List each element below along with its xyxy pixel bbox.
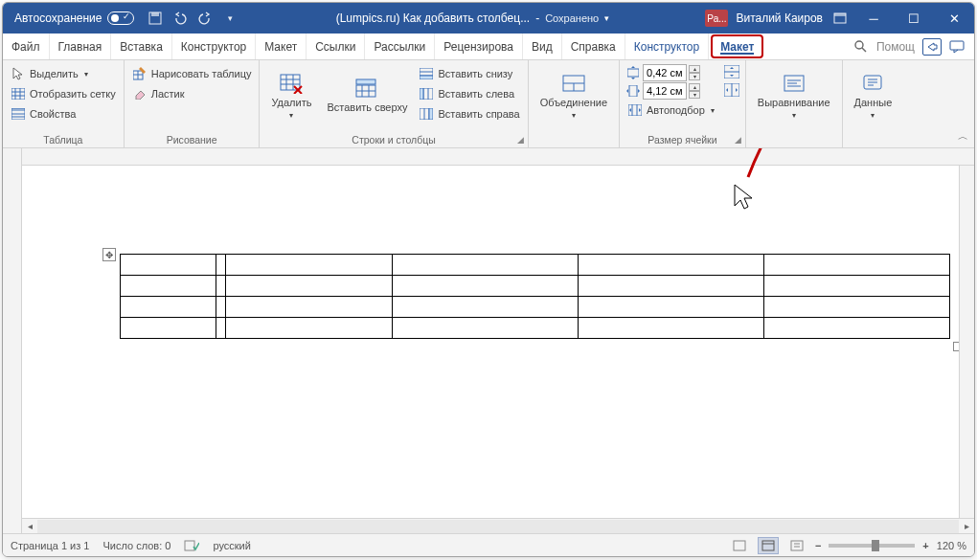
insert-right-button[interactable]: Вставить справа [417, 104, 521, 123]
tab-view[interactable]: Вид [523, 34, 562, 59]
document-page[interactable]: ✥ [37, 166, 957, 516]
spin-up[interactable]: ▴ [689, 83, 700, 91]
alignment-icon [781, 72, 807, 95]
ribbon-display-icon[interactable] [832, 11, 848, 26]
row-height-input[interactable]: ▴▾ [625, 64, 716, 81]
ribbon-tabs: Файл Главная Вставка Конструктор Макет С… [3, 34, 974, 60]
save-status[interactable]: Сохранено [545, 12, 599, 24]
tab-table-layout[interactable]: Макет [711, 34, 763, 58]
svg-rect-39 [429, 108, 433, 120]
group-data: Данные ▾ [843, 60, 904, 147]
col-width-input[interactable]: ▴▾ [625, 82, 716, 100]
insert-left-button[interactable]: Вставить слева [417, 84, 521, 103]
zoom-in-icon[interactable]: + [922, 540, 928, 551]
spin-down[interactable]: ▾ [689, 73, 700, 80]
scroll-right-icon[interactable]: ▸ [959, 521, 974, 531]
delete-table-icon [278, 72, 305, 95]
data-icon [859, 72, 886, 95]
distribute-rows-icon[interactable] [724, 64, 739, 79]
maximize-button[interactable]: ☐ [894, 3, 934, 34]
web-layout-icon[interactable] [786, 537, 807, 554]
autofit-button[interactable]: Автоподбор▾ [625, 101, 716, 120]
dialog-launcher-icon[interactable]: ◢ [735, 135, 741, 145]
insert-above-button[interactable]: Вставить сверху [321, 64, 413, 127]
minimize-button[interactable]: ─ [853, 3, 894, 34]
zoom-level[interactable]: 120 % [937, 540, 966, 551]
autosave-label: Автосохранение [14, 11, 102, 25]
word-count[interactable]: Число слов: 0 [102, 540, 170, 551]
tab-references[interactable]: Ссылки [307, 34, 365, 59]
search-icon[interactable] [853, 39, 869, 55]
gridlines-label: Отобразить сетку [30, 88, 116, 100]
tab-layout[interactable]: Макет [256, 34, 307, 59]
properties-label: Свойства [30, 108, 76, 120]
alignment-button[interactable]: Выравнивание ▾ [752, 64, 836, 127]
insert-below-label: Вставить снизу [438, 68, 512, 79]
width-value[interactable] [643, 82, 687, 100]
tab-file[interactable]: Файл [3, 34, 50, 59]
spin-up[interactable]: ▴ [689, 65, 700, 73]
tab-insert[interactable]: Вставка [111, 34, 172, 59]
tab-review[interactable]: Рецензирова [435, 34, 523, 59]
svg-rect-64 [791, 541, 803, 550]
ribbon: Выделить▾ Отобразить сетку Свойства Табл… [3, 60, 974, 148]
share-button[interactable] [922, 38, 942, 56]
insert-below-button[interactable]: Вставить снизу [417, 64, 521, 83]
horizontal-scrollbar[interactable]: ◂ ▸ [22, 518, 974, 533]
draw-table-button[interactable]: Нарисовать таблицу [130, 64, 254, 83]
draw-label: Нарисовать таблицу [151, 68, 252, 79]
svg-rect-13 [11, 108, 25, 111]
eraser-button[interactable]: Ластик [130, 84, 254, 103]
properties-button[interactable]: Свойства [9, 104, 118, 123]
account-badge: Ра... [705, 10, 728, 27]
collapse-ribbon-icon[interactable]: ︿ [958, 129, 968, 144]
tab-help[interactable]: Справка [562, 34, 625, 59]
spin-down[interactable]: ▾ [689, 91, 700, 99]
print-layout-icon[interactable] [758, 537, 779, 554]
insert-left-label: Вставить слева [438, 88, 514, 100]
group-cellsize-label: Размер ячейки◢ [625, 132, 739, 146]
search-label[interactable]: Помощ [876, 40, 915, 54]
table-move-handle[interactable]: ✥ [102, 248, 116, 261]
height-value[interactable] [643, 64, 687, 81]
svg-rect-7 [11, 88, 25, 100]
vertical-ruler[interactable] [3, 148, 22, 533]
undo-icon[interactable] [172, 11, 188, 26]
insert-left-icon [419, 86, 434, 101]
title-bar: Автосохранение ✓ ▾ (Lumpics.ru) Как доба… [3, 3, 974, 34]
save-icon[interactable] [148, 11, 163, 26]
merge-button[interactable]: Объединение ▾ [534, 64, 613, 127]
tab-mailings[interactable]: Рассылки [365, 34, 435, 59]
comments-icon[interactable] [949, 40, 965, 54]
language-status[interactable]: русский [213, 540, 250, 551]
horizontal-ruler[interactable] [22, 148, 974, 166]
autofit-label: Автоподбор [647, 104, 705, 116]
spellcheck-icon[interactable] [184, 539, 199, 552]
eraser-label: Ластик [151, 88, 185, 100]
tab-home[interactable]: Главная [50, 34, 112, 59]
tab-table-design[interactable]: Конструктор [625, 34, 709, 59]
distribute-cols-icon[interactable] [724, 82, 739, 98]
dialog-launcher-icon[interactable]: ◢ [517, 135, 524, 145]
vertical-scrollbar[interactable] [959, 166, 974, 518]
tab-design[interactable]: Конструктор [172, 34, 256, 59]
scroll-left-icon[interactable]: ◂ [22, 521, 37, 531]
zoom-out-icon[interactable]: − [815, 540, 821, 551]
zoom-slider[interactable] [829, 544, 915, 548]
cursor-icon [11, 66, 26, 81]
page-status[interactable]: Страница 1 из 1 [11, 540, 89, 551]
svg-rect-30 [356, 79, 375, 84]
close-button[interactable]: ✕ [934, 3, 974, 34]
select-button[interactable]: Выделить▾ [9, 64, 118, 83]
data-button[interactable]: Данные ▾ [849, 64, 898, 127]
group-merge: Объединение ▾ [529, 60, 620, 147]
focus-mode-icon[interactable] [729, 537, 750, 554]
autosave-toggle[interactable]: Автосохранение ✓ [3, 11, 142, 25]
gridlines-button[interactable]: Отобразить сетку [9, 84, 118, 103]
document-table[interactable] [120, 254, 950, 339]
quick-access-toolbar: ▾ [142, 11, 243, 26]
qat-dropdown-icon[interactable]: ▾ [222, 11, 238, 26]
delete-button[interactable]: Удалить ▾ [265, 64, 317, 127]
account-area[interactable]: Ра... Виталий Каиров [701, 10, 827, 27]
redo-icon[interactable] [197, 11, 213, 26]
